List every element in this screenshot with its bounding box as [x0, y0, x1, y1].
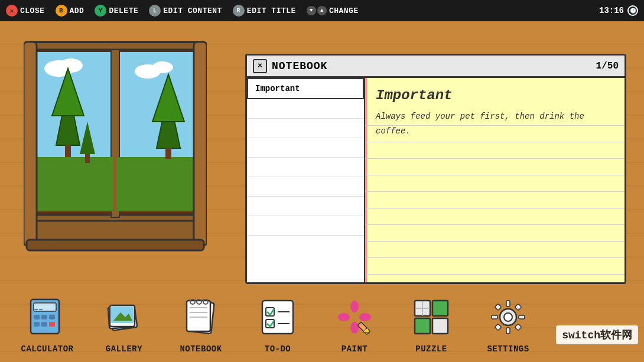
notebook-lines: [365, 125, 625, 282]
paint-icon: [331, 293, 378, 341]
add-button[interactable]: B ADD: [56, 5, 84, 17]
notebook-entry-title: Important: [376, 87, 614, 103]
svg-rect-31: [34, 309, 38, 310]
svg-rect-6: [117, 157, 194, 211]
notebook-list-item[interactable]: [247, 197, 364, 216]
notebook-list-item[interactable]: [247, 99, 364, 119]
svg-rect-47: [262, 301, 293, 334]
time-text: 13:16: [599, 6, 624, 15]
svg-point-54: [350, 322, 359, 334]
notebook-close-button[interactable]: ×: [253, 59, 267, 73]
edit-title-button[interactable]: R EDIT TITLE: [233, 5, 296, 17]
gallery-label: GALLERY: [106, 344, 142, 354]
calculator-label: CALCULATOR: [21, 344, 73, 354]
notebook-label: NOTEBOOK: [180, 344, 222, 354]
x-button-icon: ✕: [6, 5, 18, 17]
svg-rect-60: [432, 301, 448, 316]
add-label: ADD: [70, 6, 84, 15]
app-notebook[interactable]: NOTEBOOK: [165, 293, 236, 354]
bottom-app-bar: CALCULATOR GALLERY: [0, 285, 644, 362]
notebook-list-item[interactable]: [247, 216, 364, 236]
svg-point-8: [59, 58, 83, 73]
clock-display: 13:16 🕐: [599, 5, 638, 16]
calculator-icon: [24, 293, 71, 341]
notebook-page-indicator: 1/50: [596, 61, 619, 71]
svg-point-56: [359, 313, 371, 321]
app-gallery[interactable]: GALLERY: [89, 293, 160, 354]
app-puzzle[interactable]: PUZZLE: [396, 293, 467, 354]
edit-content-label: EDIT CONTENT: [163, 6, 222, 15]
b-button-icon: B: [56, 5, 67, 17]
change-button[interactable]: ▼▲ CHANGE: [307, 6, 359, 15]
notebook-title: NOTEBOOK: [272, 60, 596, 72]
svg-rect-68: [506, 328, 510, 334]
notebook-content-area: Important Always feed your pet first, th…: [365, 78, 625, 282]
svg-rect-20: [24, 42, 37, 246]
notebook-entry-text: Always feed your pet first, then drink t…: [376, 109, 614, 139]
puzzle-icon: [408, 293, 455, 341]
main-area: × NOTEBOOK 1/50 Important: [0, 21, 644, 362]
svg-rect-32: [39, 309, 43, 310]
edit-content-button[interactable]: L EDIT CONTENT: [149, 5, 222, 17]
l-button-icon: L: [149, 5, 161, 17]
todo-label: TO-DO: [265, 344, 291, 354]
close-label: CLOSE: [20, 6, 45, 15]
svg-rect-74: [515, 324, 521, 330]
svg-rect-27: [49, 315, 55, 319]
svg-rect-25: [34, 315, 40, 319]
delete-button[interactable]: Y DELETE: [95, 5, 138, 17]
gallery-icon: [100, 293, 148, 341]
svg-rect-21: [194, 42, 207, 246]
svg-rect-61: [415, 318, 430, 334]
svg-rect-67: [506, 301, 510, 306]
todo-icon: [254, 293, 301, 341]
app-paint[interactable]: PAINT: [319, 293, 390, 354]
window-scene: [24, 39, 207, 252]
svg-rect-29: [41, 322, 47, 327]
svg-rect-40: [187, 301, 210, 331]
watermark: switch软件网: [556, 325, 638, 344]
notebook-list-item[interactable]: [247, 119, 364, 138]
svg-point-66: [504, 313, 512, 321]
svg-rect-26: [41, 315, 47, 319]
notebook-list-item[interactable]: Important: [247, 78, 364, 99]
svg-rect-30: [49, 322, 55, 327]
paint-label: PAINT: [341, 344, 368, 354]
svg-point-55: [338, 313, 350, 321]
svg-rect-28: [34, 322, 40, 327]
r-button-icon: R: [233, 5, 245, 17]
app-settings[interactable]: SETTINGS: [473, 293, 544, 354]
notebook-list[interactable]: Important: [247, 78, 365, 282]
y-button-icon: Y: [95, 5, 106, 17]
svg-rect-71: [495, 304, 501, 310]
notebook-list-item[interactable]: [247, 138, 364, 158]
settings-label: SETTINGS: [487, 344, 529, 354]
notebook-list-item[interactable]: [247, 177, 364, 197]
notebook-list-item[interactable]: [247, 158, 364, 177]
notebook-icon: [177, 293, 225, 341]
close-button[interactable]: ✕ CLOSE: [6, 5, 45, 17]
puzzle-label: PUZZLE: [415, 344, 447, 354]
notebook-header: × NOTEBOOK 1/50: [247, 56, 625, 78]
app-todo[interactable]: TO-DO: [242, 293, 313, 354]
edit-title-label: EDIT TITLE: [247, 6, 296, 15]
svg-point-10: [152, 61, 173, 73]
notebook-panel: × NOTEBOOK 1/50 Important: [245, 54, 626, 284]
top-bar: ✕ CLOSE B ADD Y DELETE L EDIT CONTENT R …: [0, 0, 644, 21]
svg-rect-73: [495, 324, 501, 330]
svg-rect-18: [85, 154, 90, 163]
svg-rect-72: [515, 304, 521, 310]
svg-rect-13: [65, 145, 71, 157]
delete-label: DELETE: [109, 6, 138, 15]
svg-rect-22: [27, 240, 204, 250]
settings-icon: [484, 293, 532, 341]
window-illustration: [24, 39, 207, 252]
svg-rect-62: [432, 318, 448, 334]
svg-rect-5: [37, 157, 113, 211]
watermark-text: switch软件网: [562, 330, 632, 341]
change-label: CHANGE: [329, 6, 359, 15]
app-calculator[interactable]: CALCULATOR: [12, 293, 83, 354]
dpad-icon: ▼▲: [307, 6, 327, 15]
svg-rect-69: [492, 315, 497, 319]
clock-icon: 🕐: [627, 5, 638, 16]
